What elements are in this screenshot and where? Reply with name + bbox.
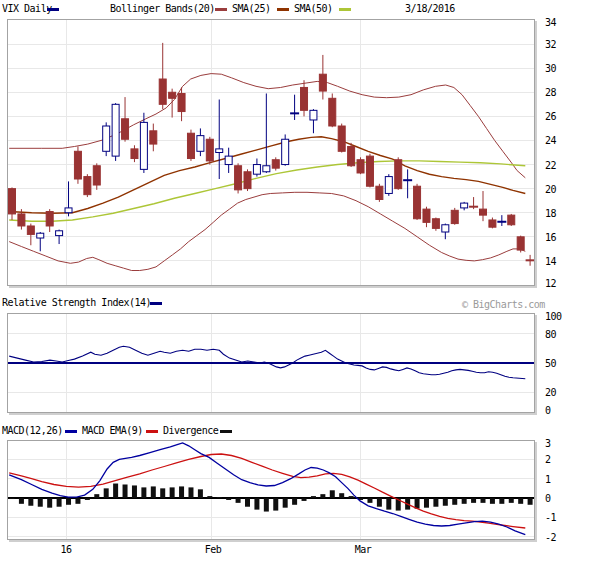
symbol-title: VIX Daily — [2, 3, 52, 15]
divergence-swatch-icon — [220, 430, 232, 433]
sma25-swatch-icon — [277, 8, 289, 11]
y-tick-label-rsi: 0 — [545, 405, 551, 416]
rsi-chart-svg — [8, 314, 534, 412]
y-tick-label-main: 18 — [545, 208, 556, 219]
y-tick-label-main: 12 — [545, 278, 556, 289]
price-panel — [7, 19, 535, 286]
y-tick-label-rsi: 50 — [545, 358, 556, 369]
y-tick-label-main: 32 — [545, 39, 556, 50]
y-tick-label-rsi: 20 — [545, 387, 556, 398]
macd-title: MACD(12,26) — [2, 425, 63, 437]
y-tick-label-main: 14 — [545, 256, 556, 267]
bigcharts-watermark: © BigCharts.com — [462, 299, 545, 310]
macd-ema-label: MACD EMA(9) — [82, 425, 143, 437]
y-tick-label-macd: 2 — [545, 454, 551, 465]
macd-chart-svg — [8, 441, 534, 539]
y-tick-label-macd: -1 — [545, 512, 556, 523]
y-tick-label-macd: 1 — [545, 474, 551, 485]
bollinger-swatch-icon — [215, 8, 227, 11]
y-tick-label-rsi: 80 — [545, 329, 556, 340]
rsi-swatch-icon — [150, 302, 162, 305]
y-tick-label-main: 24 — [545, 135, 556, 146]
x-axis-label: 16 — [60, 544, 71, 555]
y-tick-label-rsi: 100 — [545, 311, 562, 322]
y-tick-label-main: 30 — [545, 63, 556, 74]
macd-panel — [7, 440, 535, 540]
legend-sma25-label: SMA(25) — [232, 3, 271, 15]
x-axis-label: Mar — [355, 544, 372, 555]
divergence-label: Divergence — [163, 425, 218, 437]
rsi-panel — [7, 313, 535, 413]
x-axis-label: Feb — [205, 544, 222, 555]
y-tick-label-main: 22 — [545, 160, 556, 171]
y-tick-label-main: 34 — [545, 17, 556, 28]
y-tick-label-macd: 3 — [545, 438, 551, 449]
y-tick-label-main: 20 — [545, 184, 556, 195]
legend-bollinger-label: Bollinger Bands(20) — [110, 3, 215, 15]
main-chart-svg — [8, 20, 534, 285]
macd-swatch-icon — [65, 430, 77, 433]
chart-date: 3/18/2016 — [405, 3, 455, 15]
macd-line — [9, 443, 525, 535]
y-tick-label-macd: 0 — [545, 493, 551, 504]
bigcharts-vix-chart: VIX Daily Bollinger Bands(20) SMA(25) SM… — [0, 0, 614, 564]
sma50-swatch-icon — [339, 8, 351, 11]
symbol-swatch-icon — [47, 8, 59, 11]
legend-sma50-label: SMA(50) — [294, 3, 333, 15]
y-tick-label-main: 16 — [545, 232, 556, 243]
rsi-title: Relative Strength Index(14) — [2, 297, 151, 309]
macd-ema-swatch-icon — [146, 430, 158, 433]
y-tick-label-macd: -2 — [545, 532, 556, 543]
y-tick-label-main: 28 — [545, 87, 556, 98]
y-tick-label-main: 26 — [545, 111, 556, 122]
